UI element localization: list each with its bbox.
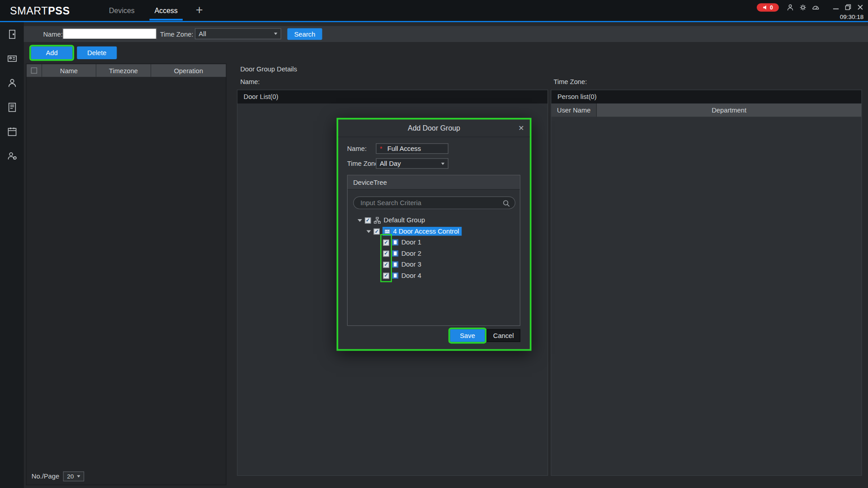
tree-search-input[interactable] [354, 197, 514, 209]
door-group-table: Name Timezone Operation No./Page 20 [26, 64, 226, 485]
door-checkbox[interactable] [383, 250, 389, 256]
page-size-select[interactable]: 20 [63, 471, 85, 481]
speaker-icon [763, 5, 768, 10]
user-settings-icon [6, 150, 17, 161]
select-all-checkbox[interactable] [31, 67, 37, 73]
person-list-header: Person list(0) [552, 90, 862, 103]
alarm-count: 0 [770, 5, 773, 10]
device-tree-title: DeviceTree [348, 175, 520, 190]
sidebar-item-card[interactable] [0, 47, 24, 71]
column-header-timezone: Timezone [96, 64, 151, 77]
select-all-cell [27, 64, 42, 77]
timezone-select[interactable]: All [195, 28, 281, 39]
logo-smart: SMART [10, 5, 48, 17]
close-button[interactable] [856, 3, 865, 12]
device-checkbox[interactable] [374, 228, 380, 234]
search-icon [502, 199, 510, 207]
door-checkbox[interactable] [383, 262, 389, 267]
tab-access[interactable]: Access [150, 3, 183, 20]
door-checkbox[interactable] [383, 239, 389, 245]
selected-device[interactable]: 4 Door Access Control [382, 227, 462, 236]
sidebar-item-user[interactable] [0, 71, 24, 95]
delete-button[interactable]: Delete [77, 47, 117, 59]
column-header-username: User Name [552, 103, 597, 117]
dialog-close-icon[interactable]: ✕ [518, 119, 524, 137]
sidebar-item-device[interactable] [0, 22, 24, 47]
tree-group-label[interactable]: Default Group [384, 216, 425, 224]
required-asterisk: * [380, 145, 382, 152]
tree-row-door[interactable]: Door 3 [348, 259, 520, 270]
clock-text: 09:30:18 [840, 13, 863, 20]
add-button[interactable]: Add [31, 47, 73, 59]
chevron-down-icon [77, 475, 80, 478]
device-tree: Default Group 4 Door Access Control Door… [348, 215, 520, 281]
dialog-timezone-select[interactable]: All Day [376, 158, 448, 169]
dialog-titlebar: Add Door Group ✕ [338, 119, 530, 137]
filter-bar: Name: Time Zone: All Search [24, 26, 868, 42]
dialog-name-field[interactable]: * Full Access [376, 143, 448, 154]
column-header-department: Department [597, 103, 861, 117]
details-name-label: Name: [240, 78, 259, 86]
add-tab-button[interactable]: + [193, 3, 206, 17]
search-button[interactable]: Search [288, 28, 322, 40]
pager: No./Page 20 [32, 471, 84, 481]
expand-arrow-icon[interactable] [358, 219, 362, 221]
tab-devices[interactable]: Devices [105, 3, 138, 20]
expand-arrow-icon[interactable] [367, 230, 371, 233]
performance-gauge-icon[interactable] [811, 3, 820, 12]
cancel-button[interactable]: Cancel [486, 329, 520, 342]
door-channel-icon [392, 250, 399, 257]
tree-row-door[interactable]: Door 2 [348, 248, 520, 259]
access-controller-icon [384, 228, 391, 235]
tree-row-door[interactable]: Door 4 [348, 270, 520, 281]
section-title: Door Group Details [240, 65, 297, 73]
name-label: Name: [43, 30, 63, 38]
person-table-header: User Name Department [552, 103, 862, 117]
sidebar-item-schedule[interactable] [0, 119, 24, 144]
timezone-select-value: All [199, 30, 206, 38]
tree-row-group[interactable]: Default Group [348, 215, 520, 225]
door-checkbox[interactable] [383, 272, 389, 278]
dialog-timezone-value: All Day [380, 160, 401, 167]
alarm-badge[interactable]: 0 [757, 3, 779, 11]
table-header-row: Name Timezone Operation [27, 64, 226, 77]
id-card-icon [6, 53, 17, 64]
person-list-panel: Person list(0) User Name Department [551, 89, 862, 476]
gear-icon[interactable] [798, 3, 807, 12]
column-header-operation: Operation [151, 64, 226, 77]
tree-row-door[interactable]: Door 1 [348, 237, 520, 248]
sidebar-item-permission[interactable] [0, 144, 24, 168]
tree-door-label[interactable]: Door 4 [401, 272, 421, 279]
group-checkbox[interactable] [365, 217, 371, 223]
maximize-button[interactable] [844, 3, 853, 12]
tree-door-label[interactable]: Door 1 [401, 239, 421, 246]
org-group-icon [374, 216, 381, 224]
minimize-button[interactable] [831, 3, 840, 12]
tree-search-box [353, 197, 515, 209]
dialog-name-label: Name: [347, 145, 367, 153]
tree-door-label[interactable]: Door 2 [401, 249, 421, 257]
save-button[interactable]: Save [450, 329, 485, 342]
user-icon[interactable] [786, 3, 795, 12]
door-channel-icon [392, 272, 399, 279]
dialog-title: Add Door Group [408, 124, 460, 132]
tree-row-device[interactable]: 4 Door Access Control [348, 226, 520, 237]
person-timezone-label: Time Zone: [553, 78, 587, 86]
tree-door-label[interactable]: Door 3 [401, 261, 421, 268]
calendar-icon [6, 126, 17, 137]
add-door-group-dialog: Add Door Group ✕ Name: * Full Access Tim… [336, 118, 531, 351]
door-channel-icon [392, 239, 399, 246]
tree-device-label[interactable]: 4 Door Access Control [393, 227, 459, 235]
name-filter-input[interactable] [62, 28, 156, 39]
app-window: SMARTPSS Devices Access + 0 09:30:18 [0, 0, 868, 488]
sidebar-item-log[interactable] [0, 95, 24, 120]
chevron-down-icon [274, 33, 277, 35]
dialog-name-value: Full Access [387, 145, 421, 152]
column-header-name: Name [42, 64, 96, 77]
door-icon [6, 29, 17, 40]
device-tree-panel: DeviceTree Default Group 4 Door [347, 175, 520, 326]
pager-label: No./Page [32, 473, 59, 480]
chevron-down-icon [441, 162, 444, 164]
log-icon [6, 102, 17, 113]
person-icon [6, 77, 17, 88]
